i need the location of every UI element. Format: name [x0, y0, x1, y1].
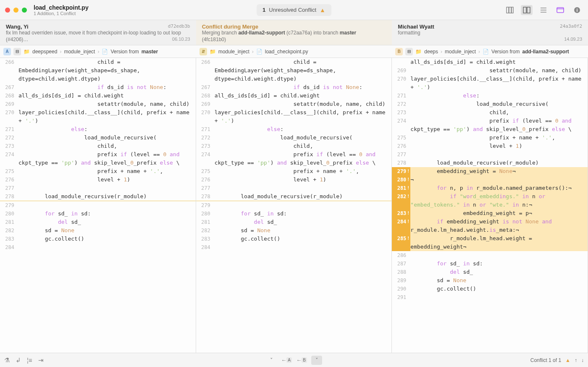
code-left-pane[interactable]: 266 child = EmbeddingLayer(weight_shape=…: [0, 58, 196, 353]
conflict-title: Conflict during Merge: [202, 24, 386, 30]
commit-left[interactable]: Wang, Yi fix lm head overriden issue, mo…: [0, 20, 196, 45]
breadcrumb-left[interactable]: A ⊟ 📁 deepspeed › module_inject › 📄 Vers…: [0, 45, 196, 58]
line-number: 275: [0, 167, 18, 176]
code-line[interactable]: 283 gc.collect(): [196, 235, 392, 243]
code-line[interactable]: 272 load_module_recursive(: [196, 134, 392, 142]
code-line[interactable]: 281! for n, p in r_module.named_paramete…: [392, 184, 588, 192]
code-text: child = EmbeddingLayer(weight_shape=ds_s…: [215, 58, 392, 83]
prev-conflict-button[interactable]: ↑: [575, 357, 577, 363]
code-line[interactable]: 273 child,: [196, 142, 392, 150]
code-text: load_module_recursive(: [410, 100, 588, 108]
code-line[interactable]: 280 for sd_ in sd:: [0, 210, 196, 218]
code-line[interactable]: 270layer_policies[child.__class__](child…: [0, 108, 196, 125]
layout-columns-icon[interactable]: [504, 5, 516, 15]
code-line[interactable]: 282 sd = None: [0, 226, 196, 235]
code-line[interactable]: 281 del sd_: [0, 218, 196, 226]
code-line[interactable]: 289 sd = None: [392, 276, 588, 285]
code-line[interactable]: 276 level + 1): [196, 176, 392, 184]
filter-icon[interactable]: ⚗: [4, 357, 10, 364]
code-line[interactable]: 288 del sd_: [392, 268, 588, 276]
code-line[interactable]: 282 sd = None: [196, 226, 392, 235]
code-line[interactable]: 278 load_module_recursive(r_module): [196, 192, 392, 201]
line-number: 277: [196, 184, 215, 192]
split-toggle-badge[interactable]: ⊟: [13, 48, 21, 55]
code-line[interactable]: 279: [196, 201, 392, 210]
code-line[interactable]: 267 if ds_id is not None:: [0, 83, 196, 92]
code-line[interactable]: 267 if ds_id is not None:: [196, 83, 392, 92]
code-text: for sd_ in sd:: [410, 260, 588, 268]
code-line[interactable]: 283 gc.collect(): [0, 235, 196, 243]
minimize-window-button[interactable]: [13, 8, 18, 13]
code-line[interactable]: 277: [196, 184, 392, 192]
code-line[interactable]: 274 prefix if (level == 0 and ckpt_type …: [392, 117, 588, 134]
code-line[interactable]: 284: [0, 243, 196, 252]
code-line[interactable]: 287 for sd_ in sd:: [392, 260, 588, 268]
window-mode-icon[interactable]: [554, 5, 566, 15]
layout-split-icon[interactable]: [521, 5, 533, 15]
code-line[interactable]: 272 load_module_recursive(: [0, 134, 196, 142]
line-number: 280!: [392, 176, 410, 184]
code-line[interactable]: 290 gc.collect(): [392, 285, 588, 293]
maximize-window-button[interactable]: [22, 8, 27, 13]
code-line[interactable]: 274 prefix if (level == 0 and ckpt_type …: [196, 150, 392, 167]
code-line[interactable]: 276 level + 1): [0, 176, 196, 184]
code-line[interactable]: 278 load_module_recursive(r_module): [392, 159, 588, 167]
code-right-pane[interactable]: all_ds_ids[ds_id] = child.weight269 seta…: [392, 58, 588, 353]
close-window-button[interactable]: [5, 8, 10, 13]
nav-down-icon[interactable]: ˅: [266, 356, 277, 365]
code-line[interactable]: 280!¬: [392, 176, 588, 184]
code-text: setattr(module, name, child): [215, 100, 392, 108]
take-from-b-button[interactable]: ←B: [296, 356, 307, 365]
code-line[interactable]: 266 child = EmbeddingLayer(weight_shape=…: [196, 58, 392, 83]
code-line[interactable]: 273 child,: [392, 108, 588, 117]
code-line[interactable]: 274 prefix if (level == 0 and ckpt_type …: [0, 150, 196, 167]
whitespace-icon[interactable]: ⇥: [38, 357, 44, 364]
breadcrumb-right[interactable]: B ⊟ 📁 deeps › module_inject › 📄 Version …: [392, 45, 588, 58]
code-line[interactable]: 275 prefix + name + '.',: [0, 167, 196, 176]
code-line[interactable]: 283! embedding_weight = p¬: [392, 209, 588, 218]
take-from-a-button[interactable]: ←A: [281, 356, 292, 365]
code-line[interactable]: 286: [392, 251, 588, 260]
code-line[interactable]: 277: [0, 184, 196, 192]
code-line[interactable]: 285! r_module.lm_head.weight = embedding…: [392, 234, 588, 251]
code-line[interactable]: 279: [0, 201, 196, 210]
code-line[interactable]: 272 load_module_recursive(: [392, 100, 588, 108]
code-line[interactable]: 284: [196, 243, 392, 252]
wrap-icon[interactable]: ↲: [16, 357, 21, 364]
split-toggle-badge[interactable]: ⊟: [405, 48, 413, 55]
commit-right[interactable]: Michael Wyatt formatting 24a3a0f2 14.09.…: [392, 20, 588, 45]
code-line[interactable]: 270layer_policies[child.__class__](child…: [196, 108, 392, 125]
commit-right-author: Michael Wyatt: [398, 24, 582, 30]
indent-icon[interactable]: ¦≡: [27, 357, 32, 364]
list-view-icon[interactable]: [538, 5, 549, 15]
code-line[interactable]: 280 for sd_ in sd:: [196, 210, 392, 218]
code-line[interactable]: 266 child = EmbeddingLayer(weight_shape=…: [0, 58, 196, 83]
code-line[interactable]: 291: [392, 293, 588, 301]
breadcrumb-middle[interactable]: ⇵ 📁 module_inject › 📄 load_checkpoint.py: [196, 45, 392, 58]
code-line[interactable]: 281 del sd_: [196, 218, 392, 226]
code-line[interactable]: 271 else:: [196, 125, 392, 134]
code-line[interactable]: 284! if embedding_weight is not None and…: [392, 218, 588, 234]
code-line[interactable]: 268all_ds_ids[ds_id] = child.weight: [196, 92, 392, 100]
code-line[interactable]: 278 load_module_recursive(r_module): [0, 192, 196, 201]
next-conflict-button[interactable]: ↓: [581, 357, 584, 363]
info-icon[interactable]: i: [571, 5, 583, 15]
nav-next-icon[interactable]: ˅: [311, 356, 322, 365]
code-line[interactable]: 269 setattr(module, name, child): [392, 66, 588, 75]
conflict-summary-pill[interactable]: 1 Unresolved Conflict ▲: [257, 4, 331, 16]
code-line[interactable]: 282! if "word_embeddings." in n or "embe…: [392, 192, 588, 209]
code-middle-pane[interactable]: 266 child = EmbeddingLayer(weight_shape=…: [196, 58, 392, 353]
code-line[interactable]: 275 prefix + name + '.',: [196, 167, 392, 176]
code-line[interactable]: 269 setattr(module, name, child): [196, 100, 392, 108]
code-line[interactable]: 277: [392, 150, 588, 159]
code-line[interactable]: 273 child,: [0, 142, 196, 150]
code-line[interactable]: 276 level + 1): [392, 142, 588, 150]
code-line[interactable]: all_ds_ids[ds_id] = child.weight: [392, 58, 588, 66]
code-line[interactable]: 271 else:: [0, 125, 196, 134]
code-line[interactable]: 268all_ds_ids[ds_id] = child.weight: [0, 92, 196, 100]
code-line[interactable]: 271 else:: [392, 92, 588, 100]
code-line[interactable]: 269 setattr(module, name, child): [0, 100, 196, 108]
code-line[interactable]: 275 prefix + name + '.',: [392, 134, 588, 142]
code-line[interactable]: 279! embedding_weight = None¬: [392, 167, 588, 176]
code-line[interactable]: 270layer_policies[child.__class__](child…: [392, 75, 588, 92]
